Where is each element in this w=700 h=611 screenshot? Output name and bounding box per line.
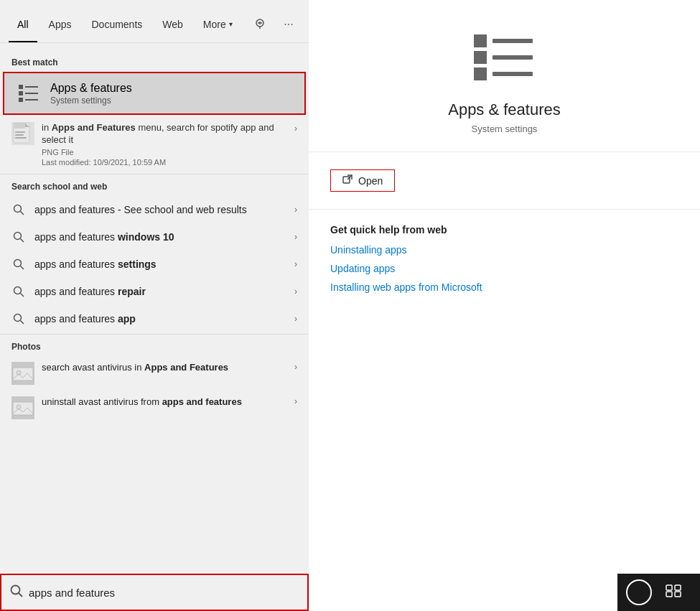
svg-rect-35 [493,55,533,60]
svg-rect-27 [13,402,33,415]
web-item-text-1: apps and features windows 10 [34,231,294,243]
web-item-text-3: apps and features repair [34,286,294,297]
tab-all[interactable]: All [9,13,37,36]
app-detail-icon [472,29,537,89]
tab-more-label: More [203,19,226,30]
file-result-text: in Apps and Features menu, search for sp… [42,122,291,167]
svg-line-20 [21,293,24,297]
svg-point-21 [14,314,22,321]
taskbar-explorer-btn[interactable]: 🗂 [692,577,700,608]
file-result-item[interactable]: in Apps and Features menu, search for sp… [0,116,309,172]
tab-documents[interactable]: Documents [83,13,151,36]
file-result-modified: Last modified: 10/9/2021, 10:59 AM [42,158,291,167]
search-box-icon [10,584,23,600]
apps-features-icon [16,80,42,106]
svg-line-22 [21,320,24,324]
search-input[interactable] [29,587,299,599]
svg-line-16 [21,238,24,242]
search-icon-4 [11,312,26,326]
svg-point-19 [14,286,22,294]
svg-rect-10 [15,131,25,133]
svg-line-18 [21,266,24,269]
png-file-icon [11,122,34,145]
app-detail-title: Apps & features [448,101,561,119]
search-icon-0 [11,202,26,217]
search-icon-1 [11,230,26,244]
web-item-1[interactable]: apps and features windows 10 › [0,223,309,251]
search-icon-3 [11,284,26,299]
web-item-4[interactable]: apps and features app › [0,305,309,332]
app-detail-subtitle: System settings [472,123,538,134]
quick-help-link-2[interactable]: Installing web apps from Microsoft [330,281,678,293]
taskbar-circle-btn[interactable] [623,577,655,608]
svg-rect-12 [15,137,27,139]
tab-apps[interactable]: Apps [40,13,80,36]
quick-help-section: Get quick help from web Uninstalling app… [309,210,700,314]
search-box-container [0,574,309,611]
web-item-text-2: apps and features settings [34,258,294,270]
svg-rect-33 [474,67,487,80]
svg-rect-39 [666,585,672,590]
svg-rect-2 [19,91,23,95]
photos-item-1[interactable]: uninstall avast antivirus from apps and … [0,391,309,425]
file-result-type: PNG File [42,148,291,157]
photos-item-text-0: search avast antivirus in Apps and Featu… [42,362,294,373]
task-view-icon [666,584,681,601]
search-icon-2 [11,257,26,271]
web-item-arrow-0: › [294,205,297,215]
open-button-label: Open [358,175,383,187]
photos-section-label: Photos [0,336,309,356]
photos-item-0[interactable]: search avast antivirus in Apps and Featu… [0,356,309,391]
quick-help-link-0[interactable]: Uninstalling apps [330,244,678,256]
svg-rect-40 [675,585,681,590]
svg-rect-8 [14,123,25,129]
web-item-2[interactable]: apps and features settings › [0,251,309,278]
tab-more[interactable]: More ▾ [195,13,241,36]
svg-line-30 [19,593,22,597]
right-panel: Apps & features System settings Open Get… [309,0,700,611]
circle-icon [626,579,652,605]
web-item-arrow-3: › [294,286,297,297]
open-button[interactable]: Open [330,169,395,192]
svg-point-15 [14,232,22,239]
best-match-text: Apps & features System settings [50,81,293,106]
chevron-down-icon: ▾ [229,20,233,28]
taskbar-taskview-btn[interactable] [658,577,689,608]
svg-rect-6 [25,99,38,101]
photos-item-arrow-0: › [294,362,297,372]
web-item-text-0: apps and features - See school and web r… [34,204,294,215]
best-match-subtitle: System settings [50,95,293,106]
svg-rect-4 [25,86,38,88]
open-button-icon [342,174,353,187]
svg-rect-41 [666,592,672,597]
web-item-arrow-4: › [294,314,297,324]
taskbar: 🗂 ⌨️ ✉ 🌐 🛍 ✦ 🌍 [617,574,700,611]
more-options-icon[interactable]: ··· [277,13,300,36]
svg-rect-3 [19,98,23,102]
tabs-right-icons: ··· [248,13,300,36]
photo-thumb-1 [11,396,34,419]
svg-point-13 [14,205,22,212]
svg-rect-5 [25,93,38,94]
file-result-title: in Apps and Features menu, search for sp… [42,122,291,146]
web-item-arrow-1: › [294,232,297,242]
web-item-3[interactable]: apps and features repair › [0,278,309,305]
svg-rect-24 [13,368,33,381]
file-result-arrow: › [294,123,297,134]
web-item-text-4: apps and features app [34,313,294,325]
best-match-label: Best match [0,52,309,72]
feedback-icon[interactable] [248,13,271,36]
quick-help-link-1[interactable]: Updating apps [330,263,678,274]
photos-item-arrow-1: › [294,396,297,406]
results-area: Best match Apps & features System settin… [0,43,309,574]
web-item-0[interactable]: apps and features - See school and web r… [0,196,309,223]
svg-rect-31 [474,34,487,47]
best-match-item[interactable]: Apps & features System settings [3,72,306,115]
svg-line-14 [21,211,24,215]
quick-help-title: Get quick help from web [330,224,678,235]
tabs-bar: All Apps Documents Web More ▾ ··· [0,0,309,43]
tab-web[interactable]: Web [154,13,192,36]
svg-rect-32 [474,51,487,64]
svg-point-29 [11,586,20,594]
photos-item-text-1: uninstall avast antivirus from apps and … [42,396,294,407]
